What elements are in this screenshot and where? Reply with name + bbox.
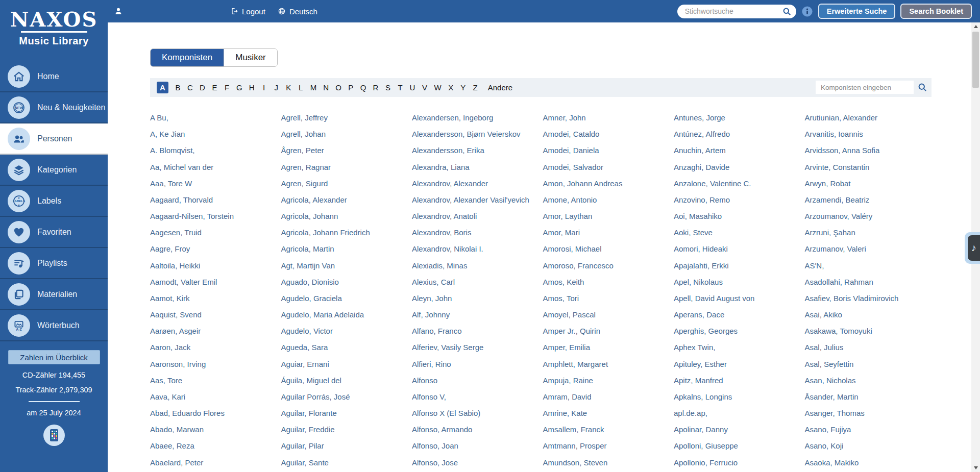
composer-link[interactable]: Aamot, Kirk (150, 292, 281, 309)
composer-link[interactable]: Alfonso, Joan (412, 440, 543, 456)
sidebar-item-neu-neuigkeiten[interactable]: NEWNeu & Neuigkeiten (0, 92, 108, 123)
composer-link[interactable]: Aoi, Masahiko (674, 210, 805, 227)
composer-link[interactable]: Alexandrov, Anatoli (412, 210, 543, 227)
composer-link[interactable]: Aguilar Porrás, José (281, 391, 412, 407)
letter-h[interactable]: H (249, 82, 255, 93)
letter-v[interactable]: V (422, 82, 428, 93)
letter-c[interactable]: C (187, 82, 193, 93)
composer-filter[interactable] (816, 81, 914, 94)
composer-link[interactable]: Amodei, Daniela (543, 144, 674, 161)
composer-link[interactable]: Amoroso, Francesco (543, 260, 674, 276)
composer-link[interactable]: Amper Jr., Quirin (543, 325, 674, 341)
composer-link[interactable]: Agricola, Martin (281, 243, 412, 259)
composer-link[interactable]: Alexandrov, Nikolai I. (412, 243, 543, 259)
composer-link[interactable]: Anzalone, Valentine C. (674, 178, 805, 194)
letter-d[interactable]: D (200, 82, 205, 93)
composer-link[interactable]: Amodei, Salvador (543, 161, 674, 178)
composer-link[interactable]: Alfonso, Armando (412, 424, 543, 440)
composer-link[interactable]: Aaltoila, Heikki (150, 260, 281, 276)
user-icon[interactable] (114, 7, 123, 16)
language-button[interactable]: Deutsch (278, 7, 317, 16)
composer-link[interactable]: Asano, Fujiya (805, 424, 936, 440)
composer-link[interactable]: Aguilar, Pilar (281, 440, 412, 456)
composer-link[interactable]: Asal, Seyfettin (805, 358, 936, 375)
composer-link[interactable]: Aperghis, Georges (674, 325, 805, 341)
letter-l[interactable]: L (298, 82, 304, 93)
composer-link[interactable]: Agricola, Alexander (281, 194, 412, 210)
composer-link[interactable]: Aagaard, Thorvald (150, 194, 281, 210)
composer-link[interactable]: Asanger, Thomas (805, 407, 936, 424)
composer-link[interactable]: Agt, Martijn Van (281, 260, 412, 276)
letter-n[interactable]: N (323, 82, 329, 93)
composer-link[interactable]: Apituley, Esther (674, 358, 805, 375)
letter-m[interactable]: M (310, 82, 317, 93)
composer-link[interactable]: Agudelo, Maria Adelaida (281, 309, 412, 325)
search-booklet-button[interactable]: Search Booklet (900, 4, 972, 19)
composer-link[interactable]: Aagre, Froy (150, 243, 281, 259)
search-icon[interactable] (782, 7, 792, 16)
naxos-logo[interactable]: NAXOS Music Library (0, 0, 108, 61)
letter-y[interactable]: Y (460, 82, 466, 93)
composer-link[interactable]: Aa, Michel van der (150, 161, 281, 178)
letter-t[interactable]: T (398, 82, 403, 93)
composer-link[interactable]: Aas, Tore (150, 375, 281, 391)
composer-link[interactable]: Alexandra, Liana (412, 161, 543, 178)
sidebar-item-w-rterbuch[interactable]: A-ZWörterbuch (0, 310, 108, 341)
composer-link[interactable]: Alfano, Franco (412, 325, 543, 341)
letter-f[interactable]: F (224, 82, 230, 93)
composer-link[interactable]: Apollonio, Ferrucio (674, 457, 805, 472)
composer-search-icon[interactable] (917, 82, 927, 92)
tab-komponisten[interactable]: Komponisten (151, 49, 224, 66)
composer-link[interactable]: Águila, Miguel del (281, 375, 412, 391)
info-icon[interactable] (801, 6, 813, 17)
composer-link[interactable]: Apitz, Manfred (674, 375, 805, 391)
composer-link[interactable]: Abad, Eduardo Flores (150, 407, 281, 424)
composer-link[interactable]: Amoyel, Pascal (543, 309, 674, 325)
nml-app-icon[interactable] (43, 425, 65, 446)
composer-link[interactable]: Abado, Marwan (150, 424, 281, 440)
letter-andere[interactable]: Andere (488, 82, 512, 93)
composer-link[interactable]: Anuchin, Artem (674, 144, 805, 161)
composer-link[interactable]: Agudelo, Victor (281, 325, 412, 341)
composer-link[interactable]: Apkalns, Longins (674, 391, 805, 407)
letter-e[interactable]: E (212, 82, 217, 93)
composer-link[interactable]: Aava, Kari (150, 391, 281, 407)
composer-link[interactable]: Alexandrov, Alexander (412, 178, 543, 194)
composer-link[interactable]: Amsallem, Franck (543, 424, 674, 440)
letter-g[interactable]: G (236, 82, 242, 93)
composer-link[interactable]: Aleyn, John (412, 292, 543, 309)
composer-link[interactable]: Alexandersson, Bjørn Veierskov (412, 128, 543, 144)
composer-link[interactable]: Aguiar, Ernani (281, 358, 412, 375)
composer-link[interactable]: Aguilar, Florante (281, 407, 412, 424)
letter-q[interactable]: Q (360, 82, 366, 93)
composer-link[interactable]: Aagaard-Nilsen, Torstein (150, 210, 281, 227)
composer-link[interactable]: Amorosi, Michael (543, 243, 674, 259)
composer-link[interactable]: Aguilar, Freddie (281, 424, 412, 440)
letter-z[interactable]: Z (473, 82, 478, 93)
sidebar-item-kategorien[interactable]: Kategorien (0, 155, 108, 186)
composer-link[interactable]: Aomori, Hideaki (674, 243, 805, 259)
composer-link[interactable]: Amos, Tori (543, 292, 674, 309)
scroll-thumb[interactable] (972, 32, 979, 88)
composer-link[interactable]: Alfonso V, (412, 391, 543, 407)
composer-link[interactable]: Aaquist, Svend (150, 309, 281, 325)
composer-link[interactable]: Aagesen, Truid (150, 227, 281, 243)
sidebar-item-playlists[interactable]: Playlists (0, 248, 108, 279)
composer-link[interactable]: Arvinte, Constantin (805, 161, 936, 178)
keyword-search[interactable] (677, 5, 796, 18)
composer-link[interactable]: Arutiunian, Alexander (805, 112, 936, 128)
composer-link[interactable]: Aaa, Tore W (150, 178, 281, 194)
composer-link[interactable]: Aaronson, Irving (150, 358, 281, 375)
composer-link[interactable]: Arzamendi, Beatriz (805, 194, 936, 210)
composer-filter-input[interactable] (816, 81, 914, 94)
composer-link[interactable]: Aoki, Steve (674, 227, 805, 243)
composer-link[interactable]: Asaoka, Makiko (805, 457, 936, 472)
composer-link[interactable]: Alexandersson, Erika (412, 144, 543, 161)
composer-link[interactable]: A, Ke Jian (150, 128, 281, 144)
composer-link[interactable]: Arwyn, Robat (805, 178, 936, 194)
player-tab[interactable]: ♪ (965, 232, 980, 264)
composer-link[interactable]: Agricola, Johann (281, 210, 412, 227)
composer-link[interactable]: Apel, Nikolaus (674, 276, 805, 292)
composer-link[interactable]: AS'N, (805, 260, 936, 276)
composer-link[interactable]: Amner, John (543, 112, 674, 128)
